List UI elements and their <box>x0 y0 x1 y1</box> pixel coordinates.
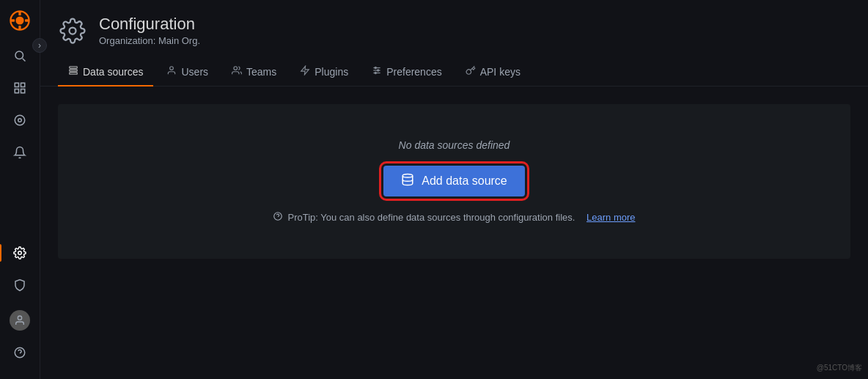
svg-point-6 <box>15 51 23 59</box>
add-data-source-button[interactable]: Add data source <box>383 166 525 196</box>
sidebar-item-alerting[interactable] <box>5 138 34 167</box>
page-subtitle: Organization: Main Org. <box>99 35 200 46</box>
api-keys-tab-icon <box>466 65 476 78</box>
svg-rect-10 <box>15 89 18 93</box>
svg-rect-11 <box>21 89 25 93</box>
tab-users-label: Users <box>181 66 208 78</box>
tab-api-keys[interactable]: API keys <box>455 58 531 87</box>
watermark: @51CTO博客 <box>817 363 862 373</box>
empty-state-card: No data sources defined Add data source <box>58 104 850 259</box>
data-sources-tab-icon <box>68 65 78 78</box>
protip-icon <box>273 211 283 224</box>
tab-plugins[interactable]: Plugins <box>290 58 358 87</box>
teams-tab-icon <box>232 65 242 78</box>
tab-preferences-label: Preferences <box>386 66 441 78</box>
svg-rect-20 <box>70 70 78 71</box>
tab-teams[interactable]: Teams <box>221 58 287 87</box>
tab-teams-label: Teams <box>246 66 276 78</box>
svg-rect-5 <box>25 19 29 21</box>
protip-message: ProTip: You can also define data sources… <box>273 211 635 224</box>
svg-line-7 <box>23 59 26 62</box>
users-tab-icon <box>166 65 177 78</box>
svg-point-23 <box>234 67 238 70</box>
svg-point-14 <box>18 251 22 255</box>
sidebar-item-search[interactable] <box>5 41 34 70</box>
tab-data-sources-label: Data sources <box>83 66 143 78</box>
svg-point-12 <box>15 115 25 125</box>
user-avatar[interactable] <box>5 306 34 335</box>
page-header: Configuration Organization: Main Org. <box>40 0 868 46</box>
learn-more-link[interactable]: Learn more <box>586 212 635 223</box>
svg-point-13 <box>18 119 22 122</box>
main-content: Configuration Organization: Main Org. Da… <box>40 0 868 379</box>
configuration-icon <box>58 16 87 45</box>
preferences-tab-icon <box>372 65 382 78</box>
page-header-text: Configuration Organization: Main Org. <box>99 15 200 46</box>
sidebar-item-configuration[interactable] <box>5 238 34 268</box>
svg-point-28 <box>375 67 376 69</box>
tab-data-sources[interactable]: Data sources <box>58 58 153 87</box>
svg-point-1 <box>15 16 23 24</box>
svg-marker-24 <box>301 67 309 76</box>
svg-rect-9 <box>21 83 25 87</box>
svg-rect-21 <box>70 73 78 74</box>
content-area: No data sources defined Add data source <box>40 87 868 379</box>
empty-state-text: No data sources defined <box>399 139 510 151</box>
add-data-source-label: Add data source <box>422 174 507 188</box>
add-datasource-icon <box>401 173 414 189</box>
protip-text: ProTip: You can also define data sources… <box>287 212 575 223</box>
svg-rect-19 <box>70 67 78 68</box>
tab-users[interactable]: Users <box>156 58 218 87</box>
sidebar-item-help[interactable] <box>5 338 34 367</box>
sidebar-item-shield[interactable] <box>5 271 34 300</box>
tab-plugins-label: Plugins <box>315 66 348 78</box>
svg-point-31 <box>402 174 413 178</box>
svg-point-29 <box>378 70 379 71</box>
tabs-bar: Data sources Users Teams <box>40 58 868 87</box>
sidebar-toggle[interactable]: › <box>32 38 47 53</box>
svg-point-18 <box>70 27 76 34</box>
page-title: Configuration <box>99 15 200 34</box>
svg-point-15 <box>18 316 21 320</box>
sidebar-item-dashboards[interactable] <box>5 73 34 103</box>
svg-rect-8 <box>15 83 18 87</box>
sidebar: › <box>0 0 40 379</box>
tab-preferences[interactable]: Preferences <box>361 58 452 87</box>
app-logo[interactable] <box>5 6 34 35</box>
svg-rect-2 <box>18 11 21 15</box>
svg-point-22 <box>170 67 174 70</box>
svg-rect-4 <box>10 19 15 21</box>
plugins-tab-icon <box>300 65 310 78</box>
svg-point-30 <box>375 73 376 74</box>
svg-rect-3 <box>18 26 21 30</box>
tab-api-keys-label: API keys <box>480 66 521 78</box>
sidebar-item-explore[interactable] <box>5 106 34 135</box>
